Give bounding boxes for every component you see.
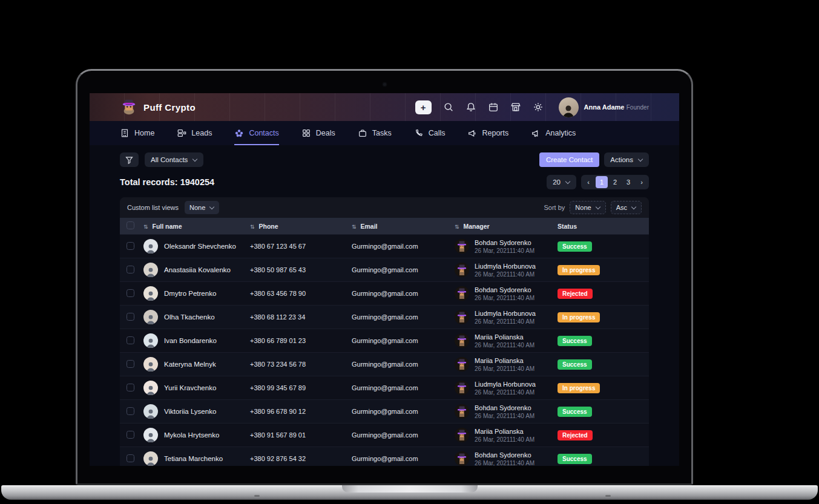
page-size-select[interactable]: 20 (547, 175, 576, 189)
row-checkbox[interactable] (127, 384, 134, 391)
sort-field-select[interactable]: None (570, 201, 605, 214)
nav-label: Reports (482, 129, 508, 137)
contact-email: Gurmingo@gmail.com (352, 313, 455, 321)
contacts-table-card: Custom list views None Sort by None (120, 197, 649, 466)
row-checkbox[interactable] (127, 431, 134, 439)
all-contacts-dropdown[interactable]: All Contacts (145, 152, 203, 167)
manager-date: 26 Mar, 202111:40 AM (475, 318, 536, 325)
contact-email: Gurmingo@gmail.com (352, 243, 455, 250)
contact-phone: +380 96 678 90 12 (250, 408, 352, 415)
manager-name: Liudmyla Horbunova (475, 310, 536, 317)
custom-views-select[interactable]: None (185, 201, 219, 214)
select-all-checkbox[interactable] (127, 221, 134, 229)
notifications-bell-icon[interactable] (465, 102, 476, 113)
manager-name: Mariia Polianska (475, 428, 534, 435)
table-row[interactable]: Viktoriia Lysenko +380 96 678 90 12 Gurm… (120, 399, 649, 423)
column-header-full-name[interactable]: ⇅ Full name (143, 223, 250, 230)
table-row[interactable]: Olha Tkachenko +380 68 112 23 34 Gurming… (120, 305, 649, 329)
create-contact-button[interactable]: Create Contact (539, 152, 599, 167)
nav-item-contacts[interactable]: Contacts (234, 121, 278, 145)
row-checkbox[interactable] (127, 407, 134, 415)
laptop-foot (254, 495, 260, 497)
pagination-prev[interactable]: ‹ (582, 176, 594, 188)
manager-name: Bohdan Sydorenko (475, 239, 534, 246)
nav-item-tasks[interactable]: Tasks (358, 121, 392, 145)
row-checkbox[interactable] (127, 266, 134, 273)
row-checkbox[interactable] (127, 360, 134, 368)
contact-name: Mykola Hrytsenko (164, 431, 219, 439)
nav-item-analytics[interactable]: Analytics (531, 121, 576, 145)
contact-avatar (143, 451, 158, 466)
status-badge: Rejected (558, 289, 593, 299)
actions-label: Actions (610, 156, 633, 163)
nav-label: Leads (191, 129, 212, 137)
column-header-email[interactable]: ⇅ Email (352, 223, 455, 230)
laptop-foot (605, 495, 611, 497)
manager-avatar (455, 310, 469, 324)
chevron-down-icon (192, 157, 197, 162)
contact-phone: +380 66 789 01 23 (250, 337, 352, 344)
contact-name: Olha Tkachenko (164, 313, 215, 321)
brand-logo[interactable]: Puff Crypto (120, 97, 196, 117)
sort-direction-select[interactable]: Asc (611, 201, 642, 214)
status-badge: In progress (558, 383, 600, 393)
manager-avatar (455, 333, 469, 348)
user-role: Founder (627, 104, 649, 111)
chevron-down-icon (209, 205, 214, 210)
table-row[interactable]: Ivan Bondarenko +380 66 789 01 23 Gurmin… (120, 329, 649, 352)
quick-add-button[interactable]: + (415, 100, 432, 114)
nav-item-home[interactable]: Home (120, 121, 154, 145)
manager-date: 26 Mar, 202111:40 AM (475, 413, 534, 419)
table-row[interactable]: Kateryna Melnyk +380 73 234 56 78 Gurmin… (120, 352, 649, 376)
calendar-icon[interactable] (488, 102, 499, 113)
search-icon[interactable] (443, 102, 454, 113)
manager-date: 26 Mar, 202111:40 AM (475, 436, 534, 443)
filter-funnel-button[interactable] (120, 152, 139, 167)
column-header-status: Status (558, 223, 642, 230)
pagination: ‹ 1 2 3 › (581, 175, 649, 189)
user-menu[interactable]: Anna Adame Founder (559, 97, 649, 117)
table-row[interactable]: Oleksandr Shevchenko +380 67 123 45 67 G… (120, 234, 649, 258)
nav-label: Analytics (545, 129, 576, 137)
table-row[interactable]: Tetiana Marchenko +380 92 876 54 32 Gurm… (120, 447, 649, 466)
row-checkbox[interactable] (127, 336, 134, 344)
column-header-manager[interactable]: ⇅ Manager (455, 223, 558, 230)
nav-item-deals[interactable]: Deals (301, 121, 335, 145)
column-header-phone[interactable]: ⇅ Phone (250, 223, 352, 230)
pagination-page-2[interactable]: 2 (609, 176, 621, 188)
content-area: All Contacts Create Contact Actions Tota… (90, 145, 679, 466)
manager-avatar (455, 428, 469, 442)
pagination-page-3[interactable]: 3 (622, 176, 634, 188)
nav-label: Tasks (372, 129, 392, 137)
row-checkbox[interactable] (127, 242, 134, 250)
nav-item-reports[interactable]: Reports (467, 121, 508, 145)
pagination-page-1[interactable]: 1 (596, 176, 608, 188)
row-checkbox[interactable] (127, 313, 134, 321)
contact-email: Gurmingo@gmail.com (352, 361, 455, 368)
table-body: Oleksandr Shevchenko +380 67 123 45 67 G… (120, 234, 649, 466)
manager-name: Mariia Polianska (475, 357, 534, 364)
contact-email: Gurmingo@gmail.com (352, 455, 455, 462)
sort-icon: ⇅ (455, 224, 459, 230)
storefront-icon[interactable] (510, 102, 521, 113)
contact-phone: +380 91 567 89 01 (250, 431, 352, 439)
settings-gear-icon[interactable] (533, 102, 544, 113)
nav-item-leads[interactable]: Leads (177, 121, 212, 145)
contact-email: Gurmingo@gmail.com (352, 337, 455, 344)
nav-item-calls[interactable]: Calls (414, 121, 446, 145)
table-row[interactable]: Dmytro Petrenko +380 63 456 78 90 Gurmin… (120, 281, 649, 305)
table-row[interactable]: Mykola Hrytsenko +380 91 567 89 01 Gurmi… (120, 423, 649, 447)
pagination-next[interactable]: › (636, 176, 648, 188)
status-badge: Success (558, 407, 592, 417)
actions-dropdown[interactable]: Actions (604, 152, 649, 167)
chevron-down-icon (596, 205, 600, 210)
table-row[interactable]: Yurii Kravchenko +380 99 345 67 89 Gurmi… (120, 376, 649, 399)
table-row[interactable]: Anastasiia Kovalenko +380 50 987 65 43 G… (120, 258, 649, 281)
chevron-down-icon (631, 205, 636, 210)
contact-avatar (143, 286, 158, 301)
webcam (383, 83, 386, 86)
app-window: Puff Crypto + (90, 93, 679, 466)
row-checkbox[interactable] (127, 289, 134, 297)
row-checkbox[interactable] (127, 454, 134, 462)
contact-avatar (143, 428, 158, 442)
